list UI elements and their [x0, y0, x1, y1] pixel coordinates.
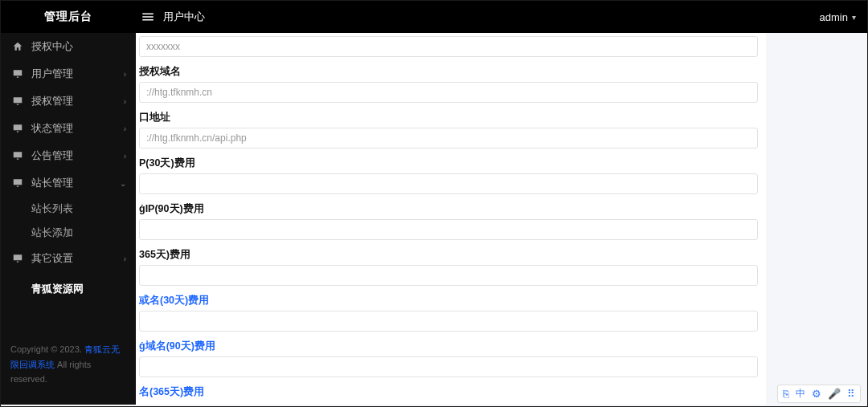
app-logo: 管理后台 [1, 10, 136, 24]
sidebar-item-notice-mgmt[interactable]: 公告管理 › [1, 142, 136, 169]
page-title: 用户中心 [163, 10, 205, 24]
chevron-right-icon: › [124, 124, 126, 133]
monitor-icon [12, 177, 23, 189]
ime-settings-icon[interactable]: ⚙ [812, 388, 821, 400]
monitor-icon [12, 123, 23, 134]
label-domain-90d-fee: ġ域名(90天)费用 [139, 340, 758, 353]
sidebar-subitem-site-add[interactable]: 站长添加 [1, 221, 136, 245]
chevron-right-icon: › [124, 97, 126, 106]
label-domain-30d-fee: 或名(30天)费用 [139, 294, 758, 307]
chevron-right-icon: › [124, 70, 126, 79]
sidebar-item-user-mgmt[interactable]: 用户管理 › [1, 60, 136, 88]
input-ip-30d-fee[interactable] [139, 173, 758, 194]
chevron-down-icon: ▾ [852, 13, 856, 22]
sidebar-item-label: 用户管理 [31, 67, 73, 81]
sidebar: 授权中心 用户管理 › 授权管理 › 状态管理 › 公告管理 › 站长管理 ⌄ [1, 33, 136, 405]
chevron-right-icon: › [124, 152, 126, 161]
field-unknown-top[interactable] [139, 36, 758, 57]
ime-mic-icon[interactable]: 🎤 [828, 388, 841, 400]
sidebar-item-label: 状态管理 [31, 122, 73, 136]
sidebar-subitem-site-list[interactable]: 站长列表 [1, 197, 136, 221]
chevron-right-icon: › [124, 254, 126, 263]
ime-toolbar: ⎘ 中 ⚙ 🎤 ⠿ [777, 385, 861, 403]
sidebar-external-link[interactable]: 青狐资源网 [1, 277, 136, 301]
user-name-label: admin [820, 11, 848, 23]
sidebar-item-auth-mgmt[interactable]: 授权管理 › [1, 88, 136, 115]
sidebar-footer: Copyright © 2023. 青狐云无限回调系统 All rights r… [10, 342, 128, 387]
label-ip-90d-fee: ġIP(90天)费用 [139, 202, 758, 216]
ime-grid-icon[interactable]: ⠿ [847, 388, 855, 400]
sidebar-item-label: 公告管理 [31, 149, 73, 163]
monitor-icon [12, 96, 23, 107]
monitor-icon [12, 68, 23, 79]
input-domain-30d-fee[interactable] [139, 311, 758, 332]
topbar: 管理后台 用户中心 admin ▾ [1, 1, 867, 33]
label-365d-fee: 365天)费用 [139, 248, 758, 262]
input-365d-fee[interactable] [139, 265, 758, 286]
input-ip-90d-fee[interactable] [139, 219, 758, 240]
label-api-address: 口地址 [139, 111, 758, 124]
monitor-icon [12, 150, 23, 161]
ime-input-icon[interactable]: ⎘ [783, 388, 789, 400]
monitor-icon [12, 253, 23, 264]
label-domain-365d-fee: 名(365天)费用 [139, 385, 758, 399]
sidebar-item-label: 站长管理 [31, 177, 73, 190]
sidebar-item-status-mgmt[interactable]: 状态管理 › [1, 115, 136, 142]
content-area: 授权域名 口地址 P(30天)费用 ġIP(90天)费用 365天)费用 或名(… [136, 33, 867, 405]
input-auth-domain[interactable] [139, 82, 758, 103]
chevron-down-icon: ⌄ [120, 179, 126, 188]
form-panel: 授权域名 口地址 P(30天)费用 ġIP(90天)费用 365天)费用 或名(… [136, 33, 766, 405]
copyright-text: Copyright © 2023. [10, 344, 82, 354]
label-ip-30d-fee: P(30天)费用 [139, 157, 758, 170]
label-auth-domain: 授权域名 [139, 65, 758, 79]
sidebar-item-label: 其它设置 [31, 252, 73, 266]
input-domain-90d-fee[interactable] [139, 356, 758, 377]
input-api-address[interactable] [139, 128, 758, 149]
sidebar-item-auth-center[interactable]: 授权中心 [1, 33, 136, 60]
sidebar-item-label: 授权中心 [31, 40, 73, 54]
sidebar-item-label: 授权管理 [31, 95, 73, 108]
sidebar-item-site-mgmt[interactable]: 站长管理 ⌄ [1, 169, 136, 197]
sidebar-item-other[interactable]: 其它设置 › [1, 245, 136, 272]
user-dropdown[interactable]: admin ▾ [820, 1, 856, 33]
home-icon [12, 41, 23, 52]
menu-toggle-button[interactable] [136, 10, 160, 24]
hamburger-icon [141, 10, 155, 24]
ime-lang-icon[interactable]: 中 [796, 387, 805, 401]
